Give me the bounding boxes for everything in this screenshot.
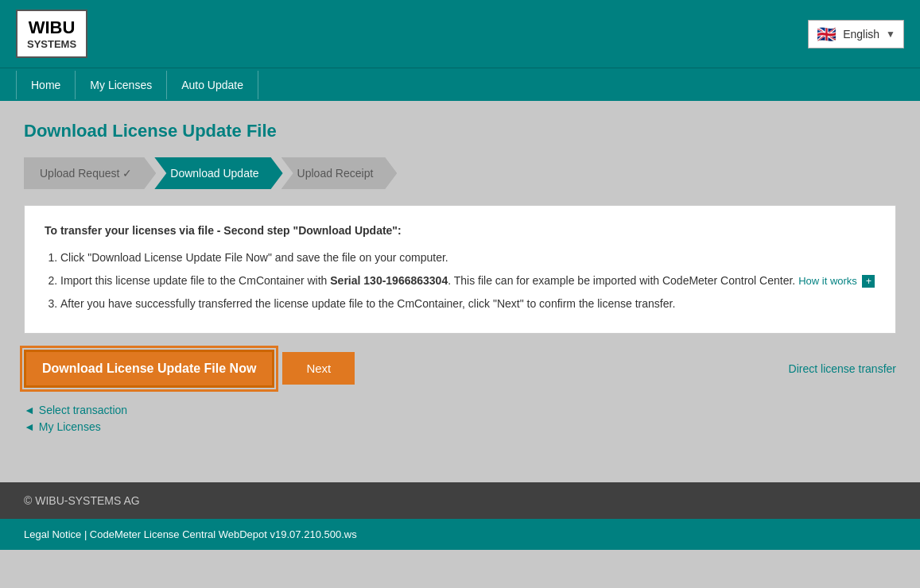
- how-it-works-plus-icon[interactable]: +: [862, 275, 875, 288]
- step-download-update: Download Update: [154, 157, 282, 189]
- flag-icon: 🇬🇧: [817, 25, 837, 44]
- footer-teal: Legal Notice | CodeMeter License Central…: [0, 519, 920, 550]
- arrow-icon-2: ◄: [24, 420, 35, 433]
- serial-number: Serial 130-1966863304: [330, 274, 448, 287]
- arrow-icon: ◄: [24, 404, 35, 416]
- step2-suffix: . This file can for example be imported …: [448, 274, 795, 287]
- select-transaction-link[interactable]: ◄ Select transaction: [24, 404, 896, 416]
- next-button[interactable]: Next: [282, 352, 355, 385]
- steps-breadcrumb: Upload Request ✓ Download Update Upload …: [24, 157, 896, 189]
- language-selector[interactable]: 🇬🇧 English ▼: [808, 20, 904, 48]
- step-upload-request-label: Upload Request ✓: [24, 157, 156, 189]
- info-step-1: Click "Download License Update File Now"…: [60, 249, 875, 266]
- my-licenses-link[interactable]: ◄ My Licenses: [24, 420, 896, 433]
- select-transaction-label: Select transaction: [39, 404, 127, 416]
- step-download-update-label: Download Update: [154, 157, 282, 189]
- nav-links-section: ◄ Select transaction ◄ My Licenses: [24, 404, 896, 433]
- header: WIBU SYSTEMS 🇬🇧 English ▼: [0, 0, 920, 68]
- nav-home[interactable]: Home: [16, 71, 76, 99]
- action-buttons: Download License Update File Now Next Di…: [24, 350, 896, 388]
- info-steps-list: Click "Download License Update File Now"…: [60, 249, 875, 312]
- download-license-update-button[interactable]: Download License Update File Now: [24, 350, 274, 388]
- logo-wibu: WIBU: [29, 17, 76, 38]
- step-upload-receipt: Upload Receipt: [281, 157, 398, 189]
- chevron-down-icon: ▼: [886, 29, 895, 40]
- nav-my-licenses[interactable]: My Licenses: [76, 71, 167, 99]
- info-box: To transfer your licenses via file - Sec…: [24, 205, 896, 334]
- navigation: Home My Licenses Auto Update: [0, 68, 920, 101]
- step-upload-receipt-label: Upload Receipt: [281, 157, 398, 189]
- info-box-title: To transfer your licenses via file - Sec…: [45, 222, 875, 239]
- legal-text: Legal Notice | CodeMeter License Central…: [24, 528, 357, 540]
- step2-prefix: Import this license update file to the C…: [60, 274, 330, 287]
- language-label: English: [843, 28, 879, 41]
- direct-license-transfer-link[interactable]: Direct license transfer: [789, 362, 896, 375]
- step-upload-request: Upload Request ✓: [24, 157, 156, 189]
- main-content: Download License Update File Upload Requ…: [0, 101, 920, 482]
- copyright-text: © WIBU-SYSTEMS AG: [24, 494, 140, 507]
- logo: WIBU SYSTEMS: [16, 10, 87, 59]
- footer-dark: © WIBU-SYSTEMS AG: [0, 482, 920, 519]
- info-step-3: After you have successfully transferred …: [60, 295, 875, 312]
- how-it-works-link[interactable]: How it works: [798, 275, 860, 287]
- info-step-2: Import this license update file to the C…: [60, 272, 875, 290]
- my-licenses-label: My Licenses: [39, 420, 101, 433]
- page-title: Download License Update File: [24, 121, 896, 141]
- nav-auto-update[interactable]: Auto Update: [167, 71, 258, 99]
- logo-systems: SYSTEMS: [27, 38, 76, 51]
